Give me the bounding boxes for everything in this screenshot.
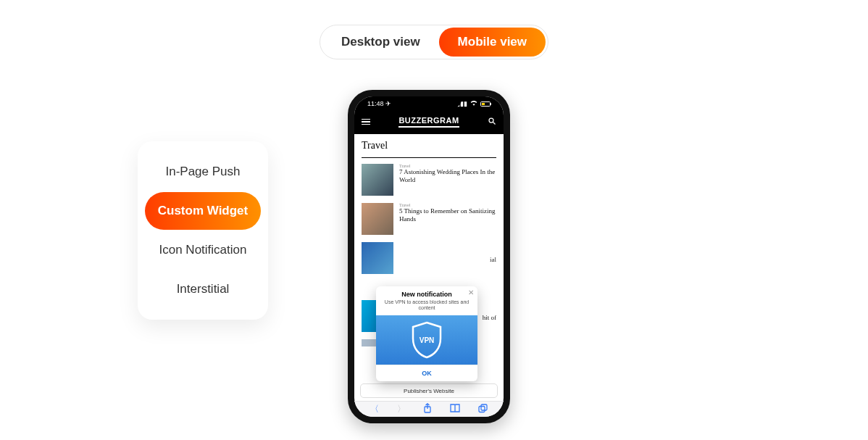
back-icon[interactable]: 〈: [370, 403, 379, 415]
sidebar-item-custom-widget[interactable]: Custom Widget: [145, 192, 261, 230]
share-icon[interactable]: [423, 403, 432, 415]
divider: [362, 157, 496, 158]
wifi-icon: [470, 100, 477, 107]
svg-line-1: [493, 123, 496, 125]
mobile-view-toggle[interactable]: Mobile view: [439, 28, 546, 57]
article-title: 5 Things to Remember on Sanitizing Hands: [399, 207, 496, 224]
svg-rect-4: [479, 406, 485, 412]
shield-icon: VPN: [410, 321, 443, 359]
article-row[interactable]: Travel 7 Astonishing Wedding Places In t…: [362, 164, 496, 196]
article-row[interactable]: Travel 5 Things to Remember on Sanitizin…: [362, 203, 496, 235]
widget-ok-button[interactable]: OK: [376, 365, 477, 381]
phone-screen: 11:48 ✈︎ ▮▮▮▮ BUZZERGRAM Travel T: [354, 96, 504, 417]
browser-toolbar: 〈 〉: [354, 401, 504, 417]
svg-text:VPN: VPN: [420, 336, 435, 344]
svg-point-0: [489, 118, 493, 123]
sidebar-item-interstitial[interactable]: Interstitial: [145, 270, 261, 308]
notification-widget: ✕ New notification Use VPN to access blo…: [376, 286, 477, 381]
browser-url-bar[interactable]: Publisher's Website: [360, 383, 498, 398]
article-thumb: [362, 203, 393, 235]
status-bar: 11:48 ✈︎ ▮▮▮▮: [354, 96, 504, 111]
widget-image: VPN: [376, 315, 477, 365]
hamburger-icon[interactable]: [362, 119, 370, 125]
search-icon[interactable]: [488, 115, 496, 128]
partial-text: hit of: [483, 314, 496, 321]
sidebar-item-in-page-push[interactable]: In-Page Push: [145, 153, 261, 191]
notch: [396, 96, 462, 108]
status-time: 11:48 ✈︎: [367, 100, 391, 107]
article-thumb: [362, 242, 393, 274]
app-header: BUZZERGRAM: [354, 111, 504, 134]
article-row[interactable]: ial: [362, 242, 496, 274]
phone-mockup: 11:48 ✈︎ ▮▮▮▮ BUZZERGRAM Travel T: [348, 90, 510, 423]
partial-text: ial: [490, 256, 496, 263]
tabs-icon[interactable]: [478, 404, 488, 415]
widget-title: New notification: [376, 286, 477, 299]
desktop-view-toggle[interactable]: Desktop view: [322, 28, 439, 57]
close-icon[interactable]: ✕: [468, 289, 474, 296]
section-title: Travel: [362, 140, 496, 154]
battery-icon: [480, 101, 491, 107]
view-toggle: Desktop view Mobile view: [320, 25, 548, 59]
bookmarks-icon[interactable]: [450, 404, 460, 415]
sidebar-item-icon-notification[interactable]: Icon Notification: [145, 231, 261, 269]
ad-format-sidebar: In-Page Push Custom Widget Icon Notifica…: [138, 141, 268, 320]
article-title: 7 Astonishing Wedding Places In the Worl…: [399, 168, 496, 185]
forward-icon[interactable]: 〉: [397, 403, 406, 415]
app-title: BUZZERGRAM: [398, 116, 459, 128]
widget-subtitle: Use VPN to access blocked sites and cont…: [376, 299, 477, 315]
svg-rect-5: [481, 404, 487, 410]
article-thumb: [362, 164, 393, 196]
article-feed: Travel Travel 7 Astonishing Wedding Plac…: [354, 134, 504, 360]
